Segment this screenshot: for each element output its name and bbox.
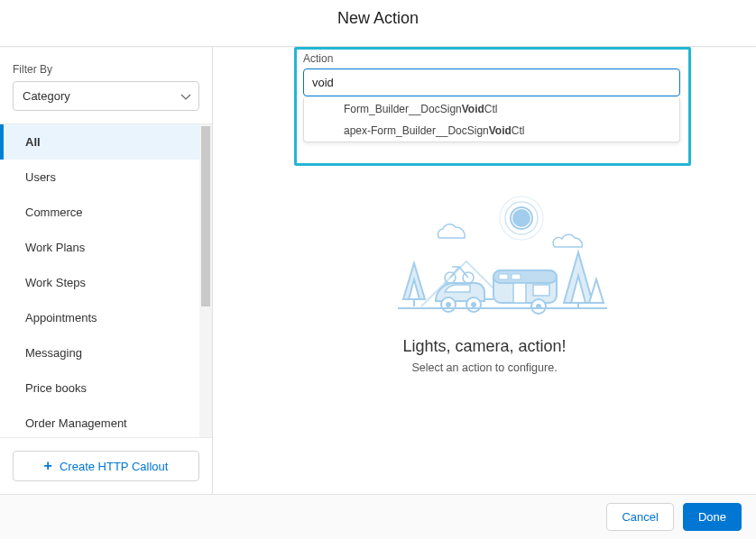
action-suggestion[interactable]: Form_Builder__DocSignVoidCtl [304,98,679,120]
sidebar-item-users[interactable]: Users [0,160,212,195]
action-autocomplete-dropdown: Form_Builder__DocSignVoidCtl apex-Form_B… [303,98,680,142]
empty-state-illustration [358,182,611,326]
svg-rect-11 [512,274,521,279]
svg-rect-10 [499,274,508,279]
filter-by-value: Category [23,89,70,103]
scrollbar[interactable] [199,124,212,437]
main-panel: Action Form_Builder__DocSignVoidCtl apex… [213,47,756,494]
svg-point-18 [471,302,476,307]
empty-state: Lights, camera, action! Select an action… [358,182,611,374]
svg-rect-8 [513,283,526,303]
cancel-button[interactable]: Cancel [606,503,673,531]
sidebar: Filter By Category All Users Commerce Wo… [0,47,213,494]
modal-footer: Cancel Done [0,494,756,539]
action-field: Action Form_Builder__DocSignVoidCtl apex… [303,52,680,142]
create-http-callout-label: Create HTTP Callout [60,460,168,473]
sidebar-item-messaging[interactable]: Messaging [0,335,212,370]
filter-by-label: Filter By [13,63,199,76]
category-list: All Users Commerce Work Plans Work Steps… [0,123,212,437]
sidebar-item-price-books[interactable]: Price books [0,370,212,406]
sidebar-item-appointments[interactable]: Appointments [0,300,212,335]
svg-point-3 [512,209,530,227]
empty-state-heading: Lights, camera, action! [358,337,611,356]
sidebar-item-commerce[interactable]: Commerce [0,195,212,230]
action-suggestion[interactable]: apex-Form_Builder__DocSignVoidCtl [304,120,679,142]
plus-icon: + [44,459,52,473]
chevron-down-icon [180,92,191,101]
sidebar-item-all[interactable]: All [0,124,212,160]
svg-rect-9 [533,285,549,296]
empty-state-subtext: Select an action to configure. [358,361,611,374]
create-http-callout-button[interactable]: + Create HTTP Callout [13,451,199,481]
modal-title: New Action [0,9,756,28]
action-input[interactable] [303,69,680,96]
done-button[interactable]: Done [683,503,742,531]
scrollbar-thumb[interactable] [201,126,210,306]
modal-header: New Action [0,0,756,39]
sidebar-item-work-steps[interactable]: Work Steps [0,265,212,300]
sidebar-item-order-management[interactable]: Order Management [0,406,212,437]
svg-point-16 [446,302,451,307]
sidebar-item-work-plans[interactable]: Work Plans [0,230,212,265]
action-label: Action [303,52,680,65]
filter-by-select[interactable]: Category [13,81,199,111]
